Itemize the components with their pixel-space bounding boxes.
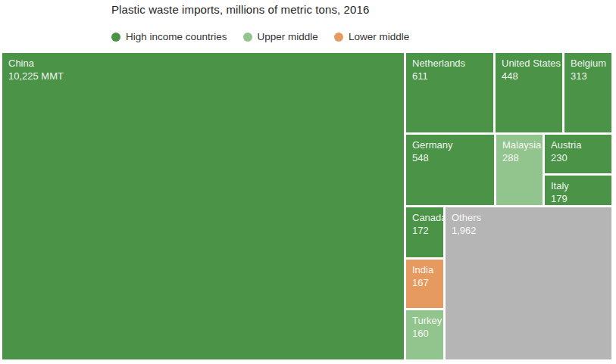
tile-value: 230 (551, 152, 605, 165)
treemap-tile-united-states[interactable]: United States 448 (496, 53, 562, 132)
tile-value: 167 (412, 277, 437, 290)
legend-item-high-income[interactable]: High income countries (111, 31, 227, 42)
treemap-tile-malaysia[interactable]: Malaysia 288 (496, 135, 543, 205)
tile-value: 160 (412, 328, 437, 341)
tile-label: Belgium (571, 58, 605, 70)
legend-label-high-income: High income countries (126, 31, 227, 42)
tile-value: 611 (412, 70, 487, 83)
treemap: China 10,225 MMT Netherlands 611 United … (2, 53, 611, 359)
legend-item-lower-middle[interactable]: Lower middle (334, 31, 409, 42)
tile-value: 1,962 (452, 225, 605, 238)
tile-value: 448 (502, 70, 556, 83)
legend-swatch-upper-middle-icon (243, 33, 252, 42)
tile-label: Austria (551, 139, 605, 152)
tile-label: Others (452, 212, 605, 225)
tile-label: India (412, 264, 437, 277)
treemap-tile-turkey[interactable]: Turkey 160 (406, 310, 443, 359)
tile-label: Malaysia (502, 139, 536, 152)
tile-value: 548 (412, 152, 488, 165)
tile-value: 313 (571, 70, 605, 83)
tile-label: China (8, 58, 398, 70)
treemap-tile-canada[interactable]: Canada 172 (406, 207, 443, 257)
tile-value: 179 (551, 193, 605, 205)
treemap-tile-netherlands[interactable]: Netherlands 611 (406, 53, 493, 132)
tile-value: 172 (412, 225, 437, 238)
legend: High income countries Upper middle Lower… (111, 31, 409, 42)
treemap-tile-italy[interactable]: Italy 179 (545, 176, 611, 205)
legend-label-upper-middle: Upper middle (258, 31, 318, 42)
legend-label-lower-middle: Lower middle (349, 31, 409, 42)
chart-title: Plastic waste imports, millions of metri… (111, 3, 369, 16)
tile-value: 10,225 MMT (8, 70, 398, 83)
legend-swatch-lower-middle-icon (334, 33, 343, 42)
treemap-tile-belgium[interactable]: Belgium 313 (564, 53, 611, 132)
treemap-tile-india[interactable]: India 167 (406, 260, 443, 308)
tile-label: Canada (412, 212, 437, 225)
tile-label: Netherlands (412, 58, 487, 70)
tile-label: Germany (412, 139, 488, 152)
legend-item-upper-middle[interactable]: Upper middle (243, 31, 318, 42)
tile-value: 288 (502, 152, 536, 165)
treemap-tile-germany[interactable]: Germany 548 (406, 135, 494, 205)
treemap-tile-others[interactable]: Others 1,962 (446, 207, 611, 359)
legend-swatch-high-income-icon (111, 33, 120, 42)
treemap-tile-china[interactable]: China 10,225 MMT (2, 53, 404, 359)
treemap-tile-austria[interactable]: Austria 230 (545, 135, 611, 173)
tile-label: United States (502, 58, 556, 70)
tile-label: Italy (551, 180, 605, 193)
tile-label: Turkey (412, 315, 437, 328)
